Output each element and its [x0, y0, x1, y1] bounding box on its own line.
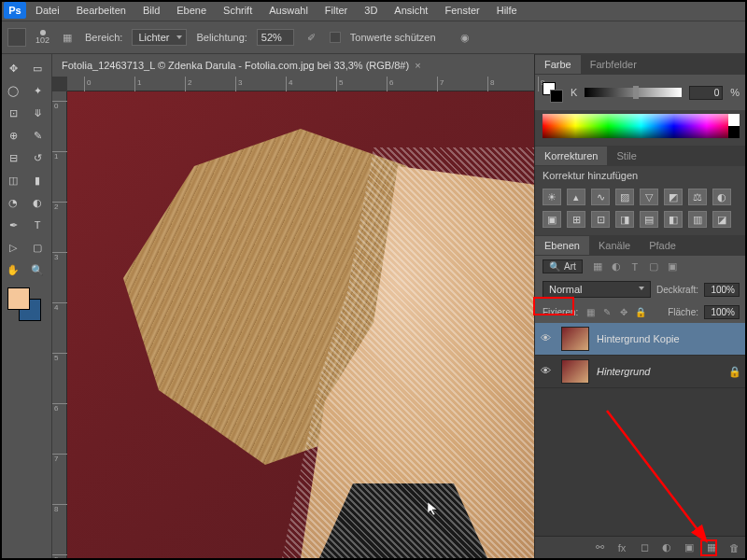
tab-color[interactable]: Farbe	[535, 55, 581, 74]
close-icon[interactable]: ×	[415, 60, 420, 71]
fill-adjust-icon[interactable]: ◐	[659, 540, 674, 555]
tool-path[interactable]: ▷	[2, 237, 24, 258]
adj-mixer-icon[interactable]: ⊞	[567, 211, 585, 228]
fx-icon[interactable]: fx	[614, 540, 629, 555]
tool-move[interactable]: ✥	[2, 58, 24, 78]
delete-icon[interactable]: 🗑	[726, 540, 741, 555]
tool-stamp[interactable]: ⊟	[2, 147, 24, 168]
adj-invert-icon[interactable]: ◨	[615, 211, 634, 228]
menu-file[interactable]: Datei	[28, 1, 67, 20]
layer-name[interactable]: Hintergrund Kopie	[597, 333, 680, 344]
k-value-input[interactable]	[689, 86, 723, 100]
menu-image[interactable]: Bild	[135, 1, 167, 20]
tool-lasso[interactable]: ◯	[2, 80, 24, 101]
channel-label: K	[571, 87, 577, 98]
visibility-icon[interactable]: 👁	[541, 332, 554, 345]
k-slider[interactable]	[585, 88, 682, 97]
tool-wand[interactable]: ✦	[26, 80, 49, 101]
visibility-icon[interactable]: 👁	[541, 365, 554, 378]
menu-help[interactable]: Hilfe	[489, 1, 525, 20]
tool-hand[interactable]: ✋	[2, 259, 24, 280]
layer-item[interactable]: 👁 Hintergrund 🔒	[535, 356, 747, 388]
tool-crop[interactable]: ⊡	[2, 103, 24, 123]
filter-adjust-icon[interactable]: ◐	[609, 260, 624, 273]
pressure-icon[interactable]: ◉	[457, 29, 473, 46]
tool-dodge[interactable]: ◐	[26, 192, 49, 213]
new-layer-icon[interactable]: ▦	[704, 540, 719, 555]
adj-balance-icon[interactable]: ⚖	[688, 189, 707, 205]
adj-bw-icon[interactable]: ◐	[712, 189, 731, 205]
layer-filter-kind[interactable]: 🔍 Art	[543, 259, 583, 273]
group-icon[interactable]: ▣	[682, 540, 697, 555]
menu-type[interactable]: Schrift	[216, 1, 260, 20]
filter-smart-icon[interactable]: ▣	[665, 260, 680, 273]
menu-view[interactable]: Ansicht	[387, 1, 435, 20]
color-swatches[interactable]	[7, 287, 45, 325]
adj-selective-icon[interactable]: ◪	[712, 211, 731, 228]
color-mini-swatches[interactable]	[543, 82, 563, 103]
adj-gradient-icon[interactable]: ▥	[688, 211, 707, 228]
tool-eraser[interactable]: ◫	[2, 170, 24, 190]
adj-brightness-icon[interactable]: ☀	[543, 189, 561, 205]
adj-exposure-icon[interactable]: ▨	[615, 189, 634, 205]
tab-layers[interactable]: Ebenen	[535, 236, 589, 255]
tool-blur[interactable]: ◔	[2, 192, 24, 213]
canvas[interactable]	[67, 91, 534, 558]
tab-styles[interactable]: Stile	[607, 147, 645, 165]
filter-shape-icon[interactable]: ▢	[646, 260, 661, 273]
menu-filter[interactable]: Filter	[317, 1, 355, 20]
tool-brush[interactable]: ✎	[26, 125, 49, 146]
adj-curves-icon[interactable]: ∿	[591, 189, 610, 205]
tool-shape[interactable]: ▢	[26, 237, 49, 258]
blend-mode-select[interactable]: Normal	[543, 281, 651, 298]
range-dropdown[interactable]: Lichter	[132, 29, 187, 46]
tab-adjustments[interactable]: Korrekturen	[535, 147, 607, 165]
adj-photo-icon[interactable]: ▣	[543, 211, 561, 228]
tab-paths[interactable]: Pfade	[640, 236, 685, 255]
airbrush-icon[interactable]: ✐	[303, 29, 320, 46]
tool-zoom[interactable]: 🔍	[26, 259, 49, 280]
adj-vibrance-icon[interactable]: ▽	[640, 189, 658, 205]
document-tab[interactable]: Fotolia_12463713_L © Zdenka Darula - Fot…	[52, 56, 430, 75]
tool-gradient[interactable]: ▮	[26, 170, 49, 190]
adj-levels-icon[interactable]: ▴	[567, 189, 585, 205]
adj-threshold-icon[interactable]: ◧	[664, 211, 683, 228]
tool-preset-icon[interactable]	[7, 28, 26, 47]
adj-posterize-icon[interactable]: ▤	[640, 211, 658, 228]
lock-position-icon[interactable]: ✥	[617, 306, 630, 319]
menu-window[interactable]: Fenster	[437, 1, 486, 20]
filter-type-icon[interactable]: T	[627, 260, 642, 273]
brush-preset[interactable]: 102	[35, 30, 49, 45]
tool-heal[interactable]: ⊕	[2, 125, 24, 146]
brush-panel-icon[interactable]: ▦	[59, 29, 76, 46]
foreground-color[interactable]	[7, 287, 30, 310]
tool-type[interactable]: T	[26, 215, 49, 235]
tab-swatches[interactable]: Farbfelder	[581, 55, 646, 74]
color-spectrum[interactable]	[543, 114, 740, 138]
layer-thumbnail[interactable]	[561, 327, 589, 351]
menu-layer[interactable]: Ebene	[169, 1, 214, 20]
protect-tones-checkbox[interactable]	[330, 32, 341, 43]
layer-item[interactable]: 👁 Hintergrund Kopie	[535, 323, 747, 356]
exposure-input[interactable]: 52%	[257, 29, 294, 46]
lock-transparent-icon[interactable]: ▦	[584, 306, 597, 319]
layer-name[interactable]: Hintergrund	[597, 366, 650, 377]
tool-pen[interactable]: ✒	[2, 215, 24, 235]
link-layers-icon[interactable]: ⚯	[592, 540, 607, 555]
tool-history[interactable]: ↺	[26, 147, 49, 168]
opacity-input[interactable]: 100%	[704, 283, 740, 297]
menu-3d[interactable]: 3D	[357, 1, 385, 20]
tool-eyedropper[interactable]: ⤋	[26, 103, 49, 123]
adj-hue-icon[interactable]: ◩	[664, 189, 683, 205]
layer-thumbnail[interactable]	[561, 359, 589, 384]
menu-edit[interactable]: Bearbeiten	[69, 1, 134, 20]
menu-select[interactable]: Auswahl	[261, 1, 316, 20]
lock-all-icon[interactable]: 🔒	[634, 306, 647, 319]
tab-channels[interactable]: Kanäle	[589, 236, 640, 255]
adj-lookup-icon[interactable]: ⊡	[591, 211, 610, 228]
fill-input[interactable]: 100%	[704, 305, 740, 319]
lock-pixels-icon[interactable]: ✎	[600, 306, 613, 319]
filter-pixel-icon[interactable]: ▦	[590, 260, 605, 273]
tool-marquee[interactable]: ▭	[26, 58, 49, 78]
mask-icon[interactable]: ◻	[637, 540, 652, 555]
